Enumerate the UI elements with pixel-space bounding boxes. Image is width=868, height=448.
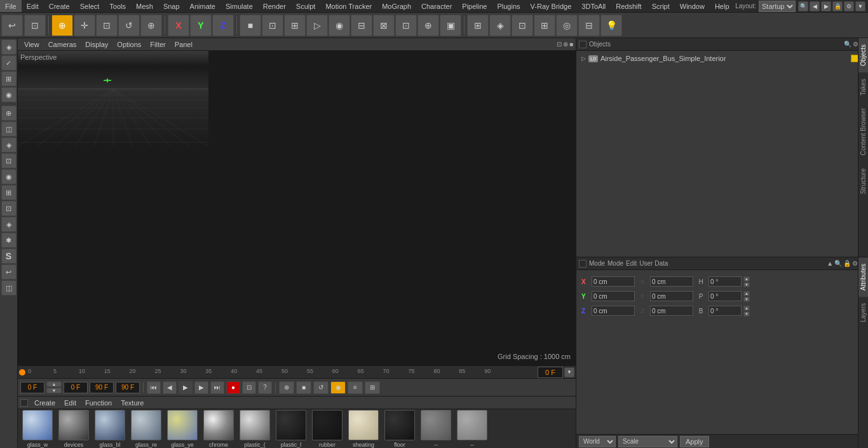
mat-menu-edit[interactable]: Edit bbox=[60, 397, 80, 409]
goto-end-btn[interactable]: ⏭ bbox=[210, 381, 224, 394]
frame-down-btn[interactable]: ▼ bbox=[46, 388, 62, 393]
x-axis-btn[interactable]: X bbox=[168, 15, 189, 36]
coord-p-rot-input[interactable] bbox=[709, 291, 742, 301]
attr-search-btn[interactable]: 🔍 bbox=[834, 260, 842, 267]
left-tool-5[interactable]: ⊕ bbox=[1, 105, 17, 121]
menu-redshift[interactable]: Redshift bbox=[611, 0, 646, 12]
left-tool-13[interactable]: ✱ bbox=[1, 233, 17, 248]
menu-pipeline[interactable]: Pipeline bbox=[457, 0, 492, 12]
vp-menu-display[interactable]: Display bbox=[81, 38, 112, 50]
layout-settings-btn[interactable]: ⚙ bbox=[844, 1, 854, 11]
menu-mograph[interactable]: MoGraph bbox=[377, 0, 416, 12]
vert-tab-structure[interactable]: Structure bbox=[858, 162, 868, 201]
frame-dropdown-btn[interactable]: ▼ bbox=[564, 367, 574, 377]
tree-item-bus[interactable]: ▷ L0 Airside_Passenger_Bus_Simple_Interi… bbox=[579, 53, 865, 64]
null-btn[interactable]: ⊡ bbox=[262, 15, 283, 36]
left-tool-8[interactable]: ⊡ bbox=[1, 153, 17, 168]
rotate-tool-btn[interactable]: ↺ bbox=[118, 15, 140, 36]
move-tool-btn[interactable]: ✛ bbox=[74, 15, 95, 36]
vp-menu-panel[interactable]: Panel bbox=[171, 38, 196, 50]
render-active-btn[interactable]: ◎ bbox=[556, 15, 578, 36]
undo-btn[interactable]: ↩ bbox=[1, 15, 23, 36]
mat-item-1[interactable]: devices bbox=[57, 410, 91, 448]
attr-edit-btn[interactable]: Edit bbox=[626, 260, 637, 267]
layout-arrow-btn[interactable]: ▼ bbox=[855, 1, 865, 11]
menu-help[interactable]: Help bbox=[710, 0, 735, 12]
left-tool-7[interactable]: ◈ bbox=[1, 137, 17, 153]
objects-tree-content[interactable]: ▷ L0 Airside_Passenger_Bus_Simple_Interi… bbox=[576, 51, 868, 257]
coord-y-pos-input[interactable] bbox=[592, 291, 635, 301]
mat-item-11[interactable]: -- bbox=[419, 410, 453, 448]
bend-btn[interactable]: ▣ bbox=[440, 15, 461, 36]
start-frame-input[interactable]: 0 F bbox=[20, 382, 44, 393]
camera-btn[interactable]: ◉ bbox=[329, 15, 350, 36]
mat-item-4[interactable]: glass_ye bbox=[165, 410, 200, 448]
menu-window[interactable]: Window bbox=[675, 0, 710, 12]
vert-tab-takes[interactable]: Takes bbox=[858, 72, 868, 102]
scene-btn[interactable]: ⊠ bbox=[373, 15, 395, 36]
tc-extra-1[interactable]: ⊕ bbox=[279, 381, 294, 394]
mat-item-7[interactable]: plastic_l bbox=[274, 410, 308, 448]
coord-h-rot-input[interactable] bbox=[709, 276, 742, 287]
attr-lock-btn[interactable]: 🔒 bbox=[843, 260, 851, 267]
coord-x-dn-btn[interactable]: ▼ bbox=[743, 282, 750, 287]
goto-start-btn[interactable]: ⏮ bbox=[147, 381, 161, 394]
step-fwd-btn[interactable]: ▶ bbox=[194, 381, 208, 394]
coord-x-size-input[interactable] bbox=[650, 276, 693, 287]
menu-3dtoall[interactable]: 3DToAll bbox=[576, 0, 611, 12]
vp-icon-max[interactable]: ■ bbox=[569, 41, 573, 48]
menu-tools[interactable]: Tools bbox=[104, 0, 131, 12]
vert-tab-objects[interactable]: Objects bbox=[858, 38, 868, 72]
play-btn[interactable]: ▶ bbox=[179, 381, 193, 394]
attr-mode-btn[interactable]: Mode bbox=[607, 260, 623, 267]
vp-menu-filter[interactable]: Filter bbox=[146, 38, 169, 50]
render-settings-btn[interactable]: 💡 bbox=[600, 15, 622, 36]
mat-item-5[interactable]: chrome bbox=[201, 410, 236, 448]
coord-y-up-btn[interactable]: ▲ bbox=[743, 291, 750, 296]
layout-nav-fwd-btn[interactable]: ▶ bbox=[821, 1, 831, 11]
mat-item-6[interactable]: plastic_( bbox=[238, 410, 272, 448]
vp-icon-expand[interactable]: ⊡ bbox=[557, 41, 562, 48]
frame-up-btn[interactable]: ▲ bbox=[46, 381, 62, 387]
left-tool-12[interactable]: ◈ bbox=[1, 217, 17, 232]
coord-y-dn-btn[interactable]: ▼ bbox=[743, 297, 750, 302]
attr-userdata-btn[interactable]: User Data bbox=[639, 260, 668, 267]
left-tool-9[interactable]: ◉ bbox=[1, 169, 17, 184]
vp-menu-view[interactable]: View bbox=[20, 38, 43, 50]
tc-extra-3[interactable]: ↺ bbox=[313, 381, 329, 394]
coord-z-pos-input[interactable] bbox=[592, 306, 635, 316]
coord-z-up-btn[interactable]: ▲ bbox=[743, 306, 750, 311]
coord-y-size-input[interactable] bbox=[650, 291, 693, 301]
redo-btn[interactable]: ⊡ bbox=[24, 15, 46, 36]
vert-tab-content-browser[interactable]: Content Browser bbox=[858, 102, 868, 161]
menu-file[interactable]: File bbox=[0, 0, 22, 12]
left-tool-11[interactable]: ⊡ bbox=[1, 201, 17, 216]
cube-btn[interactable]: ⊞ bbox=[284, 15, 306, 36]
preview-end-input[interactable] bbox=[116, 382, 140, 393]
vp-menu-options[interactable]: Options bbox=[113, 38, 145, 50]
mat-menu-texture[interactable]: Texture bbox=[117, 397, 147, 409]
tree-expand-arrow[interactable]: ▷ bbox=[581, 55, 586, 62]
render-view-btn[interactable]: ⊟ bbox=[578, 15, 600, 36]
menu-motion-tracker[interactable]: Motion Tracker bbox=[320, 0, 377, 12]
menu-create[interactable]: Create bbox=[44, 0, 75, 12]
end-frame-input[interactable]: 90 F bbox=[90, 382, 114, 393]
coord-x-up-btn[interactable]: ▲ bbox=[743, 276, 750, 282]
z-axis-btn[interactable]: Z bbox=[212, 15, 234, 36]
paint-btn[interactable]: ⊡ bbox=[512, 15, 533, 36]
mat-item-2[interactable]: glass_bl bbox=[93, 410, 127, 448]
mat-item-0[interactable]: glass_w bbox=[20, 410, 55, 448]
scale-type-select[interactable]: Scale Absolute Scale bbox=[618, 436, 677, 447]
mat-item-3[interactable]: glass_re bbox=[129, 410, 163, 448]
left-tool-1[interactable]: ◈ bbox=[1, 39, 17, 55]
left-tool-3[interactable]: ⊞ bbox=[1, 71, 17, 86]
left-tool-undo[interactable]: ↩ bbox=[1, 264, 17, 280]
left-tool-6[interactable]: ◫ bbox=[1, 121, 17, 137]
snap-btn[interactable]: ⊞ bbox=[534, 15, 555, 36]
coord-z-dn-btn[interactable]: ▼ bbox=[743, 311, 750, 316]
poly-btn[interactable]: ⊞ bbox=[467, 15, 489, 36]
tc-extra-4[interactable]: ◉ bbox=[330, 381, 346, 394]
coord-x-pos-input[interactable] bbox=[592, 276, 635, 287]
layout-search-btn[interactable]: 🔍 bbox=[798, 1, 808, 11]
mat-item-8[interactable]: rubber bbox=[310, 410, 344, 448]
